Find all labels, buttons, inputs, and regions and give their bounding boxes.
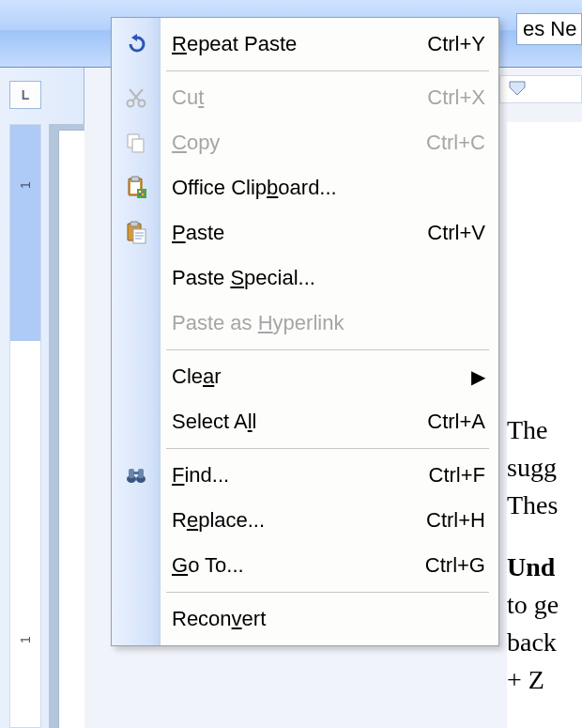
svg-rect-15: [130, 222, 138, 226]
svg-rect-24: [133, 472, 139, 474]
menu-item-replace[interactable]: Replace... Ctrl+H: [112, 498, 498, 543]
menu-label: Clear: [172, 364, 471, 389]
menu-item-paste-hyperlink[interactable]: Paste as Hyperlink: [112, 301, 498, 346]
menu-item-paste[interactable]: Paste Ctrl+V: [112, 210, 498, 256]
menu-item-select-all[interactable]: Select All Ctrl+A: [112, 399, 498, 444]
menu-shortcut: Ctrl+Y: [427, 32, 485, 56]
menu-label: Paste Special...: [172, 266, 485, 290]
menu-shortcut: Ctrl+F: [429, 463, 486, 488]
menu-shortcut: Ctrl+X: [427, 85, 485, 110]
svg-rect-7: [131, 177, 139, 181]
doc-text: The: [507, 415, 548, 444]
vertical-ruler[interactable]: 1 1: [9, 124, 41, 728]
svg-rect-13: [142, 194, 144, 195]
left-gutter: L 1 1: [0, 68, 84, 728]
menu-separator: [166, 349, 489, 350]
menu-shortcut: Ctrl+A: [427, 410, 485, 434]
menu-item-repeat-paste[interactable]: Repeat Paste Ctrl+Y: [112, 22, 498, 67]
submenu-arrow-icon: ▶: [471, 365, 485, 388]
menu-label: Go To...: [172, 553, 425, 578]
menu-item-find[interactable]: Find... Ctrl+F: [112, 453, 498, 498]
menu-label: Paste as Hyperlink: [172, 311, 485, 335]
redo-icon: [112, 22, 161, 67]
menu-separator: [166, 70, 489, 71]
menu-label: Cut: [172, 85, 427, 110]
menu-shortcut: Ctrl+H: [426, 508, 485, 533]
menu-shortcut: Ctrl+C: [426, 131, 485, 155]
menu-item-goto[interactable]: Go To... Ctrl+G: [112, 543, 498, 588]
menu-item-paste-special[interactable]: Paste Special...: [112, 256, 498, 301]
indent-marker-icon[interactable]: [508, 80, 527, 97]
edit-menu: Repeat Paste Ctrl+Y Cut Ctrl+X: [111, 17, 499, 646]
menu-item-office-clipboard[interactable]: Office Clipboard...: [112, 165, 498, 210]
menu-separator: [166, 448, 489, 449]
menu-shortcut: Ctrl+G: [425, 553, 485, 578]
font-name-text: es Ne: [523, 17, 576, 41]
doc-text: + Z: [507, 665, 544, 694]
menu-label: Reconvert: [172, 607, 485, 631]
doc-text: Thes: [507, 490, 558, 519]
doc-text-bold: Und: [507, 552, 555, 581]
ruler-ticks: 1 1: [10, 125, 40, 727]
svg-rect-10: [139, 191, 141, 193]
scissors-icon: [112, 75, 161, 120]
copy-icon: [112, 120, 161, 165]
menu-label: Repeat Paste: [172, 32, 427, 56]
paste-icon: [112, 210, 161, 256]
doc-text: sugg: [507, 453, 557, 482]
menu-label: Find...: [172, 463, 429, 488]
menu-item-cut[interactable]: Cut Ctrl+X: [112, 75, 498, 120]
menu-label: Office Clipboard...: [172, 176, 485, 200]
svg-marker-1: [131, 34, 137, 41]
menu-label: Replace...: [172, 508, 426, 533]
menu-label: Copy: [172, 131, 426, 155]
svg-rect-11: [142, 191, 144, 193]
menu-item-copy[interactable]: Copy Ctrl+C: [112, 120, 498, 165]
menu-shortcut: Ctrl+V: [427, 221, 485, 245]
menu-item-reconvert[interactable]: Reconvert: [112, 596, 498, 642]
menu-separator: [166, 592, 489, 593]
menu-label: Paste: [172, 221, 427, 245]
binoculars-icon: [112, 453, 161, 498]
menu-item-clear[interactable]: Clear ▶: [112, 354, 498, 399]
page-edge: [49, 124, 84, 728]
ruler-corner[interactable]: L: [9, 81, 41, 109]
clipboard-office-icon: [112, 165, 161, 210]
page-sheet: [58, 130, 84, 728]
svg-marker-0: [510, 82, 525, 95]
horizontal-ruler[interactable]: [499, 75, 582, 103]
svg-rect-12: [139, 194, 141, 195]
menu-label: Select All: [172, 410, 427, 434]
svg-rect-5: [132, 139, 144, 152]
font-name-box[interactable]: es Ne: [516, 13, 582, 45]
doc-text: to ge: [507, 590, 559, 619]
doc-text: back: [507, 627, 557, 657]
document-body[interactable]: The sugg Thes Und to ge back + Z: [507, 122, 582, 728]
